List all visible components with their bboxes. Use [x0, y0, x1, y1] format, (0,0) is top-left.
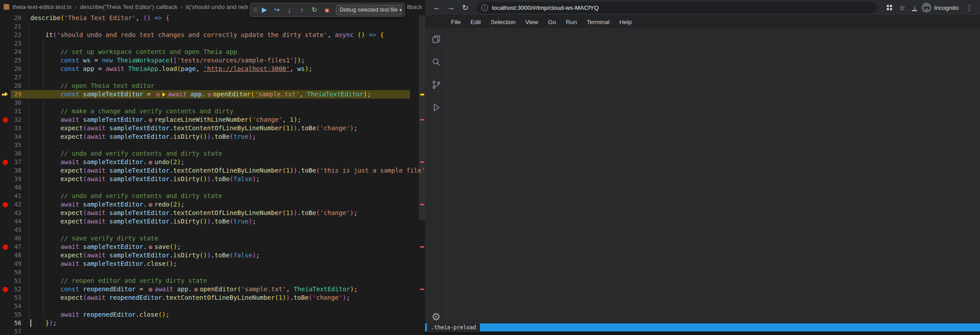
gutter-margin[interactable] [0, 251, 12, 260]
code-line-32[interactable]: 32 await sampleTextEditor.replaceLineWit… [0, 116, 425, 124]
code-line-34[interactable]: 34 expect(await sampleTextEditor.isDirty… [0, 132, 425, 141]
gutter-margin[interactable] [0, 175, 12, 183]
code-line-47[interactable]: 47 await sampleTextEditor.save(); [0, 243, 425, 251]
code-line-46[interactable]: 46 // save verify dirty state [0, 234, 425, 243]
code-line-41[interactable]: 41 // undo and verify contents and dirty… [0, 192, 425, 200]
code-line-55[interactable]: 55 await reopenedEditor.close(); [0, 310, 425, 319]
gutter-margin[interactable] [0, 158, 12, 166]
drag-handle-icon[interactable]: ⠿ [253, 7, 257, 13]
browser-menu-icon[interactable]: ⋮ [963, 1, 976, 14]
code-line-48[interactable]: 48 expect(await sampleTextEditor.isDirty… [0, 251, 425, 260]
breakpoint-dot[interactable] [3, 117, 8, 123]
apps-grid-icon[interactable] [883, 1, 896, 14]
menu-terminal[interactable]: Terminal [582, 16, 614, 28]
gutter-margin[interactable] [0, 82, 12, 90]
gutter-margin[interactable] [0, 65, 12, 73]
menu-selection[interactable]: Selection [486, 16, 521, 28]
code-line-28[interactable]: 28 // open Theia text editor [0, 82, 425, 90]
code-line-21[interactable]: 21 [0, 22, 425, 31]
gutter-margin[interactable] [0, 73, 12, 82]
search-icon[interactable] [425, 50, 447, 73]
menu-edit[interactable]: Edit [466, 16, 486, 28]
gutter-margin[interactable] [0, 124, 12, 132]
code-line-35[interactable]: 35 [0, 141, 425, 149]
gutter-margin[interactable] [0, 183, 12, 192]
gutter-margin[interactable] [0, 39, 12, 48]
menu-view[interactable]: View [521, 16, 543, 28]
gutter-margin[interactable] [0, 327, 12, 335]
code-line-40[interactable]: 40 [0, 183, 425, 192]
code-line-45[interactable]: 45 [0, 226, 425, 234]
gutter-margin[interactable] [0, 31, 12, 39]
source-control-icon[interactable] [425, 73, 447, 96]
step-out-button[interactable]: ↑ [296, 4, 307, 16]
code-line-26[interactable]: 26 const app = await TheiaApp.load(page,… [0, 65, 425, 73]
breakpoint-dot[interactable] [3, 202, 8, 207]
gutter-margin[interactable] [0, 217, 12, 226]
gutter-margin[interactable] [0, 268, 12, 277]
gutter-margin[interactable] [0, 14, 12, 22]
code-line-53[interactable]: 53 expect(await reopenedEditor.textConte… [0, 294, 425, 302]
gutter-margin[interactable] [0, 277, 12, 285]
code-line-38[interactable]: 38 expect(await sampleTextEditor.textCon… [0, 166, 425, 175]
code-line-36[interactable]: 36 // undo and verify contents and dirty… [0, 149, 425, 158]
forward-button[interactable]: → [444, 1, 458, 14]
breadcrumb-file[interactable]: theia-text-editor.test.ts [12, 4, 72, 10]
breakpoint-dot[interactable] [3, 160, 8, 165]
gutter-margin[interactable] [0, 200, 12, 209]
breadcrumb-describe[interactable]: describe('Theia Text Editor') callback [80, 4, 178, 10]
code-line-51[interactable]: 51 // reopen editor and verify dirty sta… [0, 277, 425, 285]
reload-button[interactable]: ↻ [458, 1, 472, 14]
menu-go[interactable]: Go [543, 16, 561, 28]
code-editor[interactable]: 20describe('Theia Text Editor', () => {2… [0, 14, 425, 335]
debug-icon[interactable] [425, 96, 447, 119]
gutter-margin[interactable] [0, 141, 12, 149]
code-line-23[interactable]: 23 [0, 39, 425, 48]
code-line-50[interactable]: 50 [0, 268, 425, 277]
step-into-button[interactable]: ↓ [284, 4, 295, 16]
gutter-margin[interactable] [0, 90, 12, 99]
code-line-42[interactable]: 42 await sampleTextEditor.redo(2); [0, 200, 425, 209]
gutter-margin[interactable] [0, 132, 12, 141]
code-line-43[interactable]: 43 expect(await sampleTextEditor.textCon… [0, 209, 425, 217]
code-line-37[interactable]: 37 await sampleTextEditor.undo(2); [0, 158, 425, 166]
explorer-files-icon[interactable] [425, 28, 447, 50]
gutter-margin[interactable] [0, 310, 12, 319]
gutter-margin[interactable] [0, 48, 12, 56]
code-line-54[interactable]: 54 [0, 302, 425, 310]
code-line-30[interactable]: 30 [0, 99, 425, 107]
address-bar[interactable]: i localhost:3000/#/tmp/cloud-ws-MACfYQ [476, 2, 877, 13]
back-button[interactable]: ← [430, 1, 444, 14]
gutter-margin[interactable] [0, 149, 12, 158]
gutter-margin[interactable] [0, 260, 12, 268]
code-line-29[interactable]: 29 const sampleTextEditor = await app.op… [0, 90, 425, 99]
site-info-icon[interactable]: i [481, 4, 488, 11]
code-line-49[interactable]: 49 await sampleTextEditor.close(); [0, 260, 425, 268]
gutter-margin[interactable] [0, 22, 12, 31]
code-line-33[interactable]: 33 expect(await sampleTextEditor.textCon… [0, 124, 425, 132]
code-line-57[interactable]: 57 [0, 327, 425, 335]
gutter-margin[interactable] [0, 166, 12, 175]
gutter-margin[interactable] [0, 285, 12, 294]
step-over-button[interactable]: ↪ [271, 4, 282, 16]
breadcrumb-it[interactable]: it('should undo and redo text changes an… [186, 4, 248, 10]
code-line-24[interactable]: 24 // set up workspace contents and open… [0, 48, 425, 56]
gutter-margin[interactable] [0, 302, 12, 310]
gutter-margin[interactable] [0, 226, 12, 234]
menu-run[interactable]: Run [561, 16, 582, 28]
code-line-31[interactable]: 31 // make a change and verify contents … [0, 107, 425, 116]
gutter-margin[interactable] [0, 234, 12, 243]
code-line-25[interactable]: 25 const ws = new TheiaWorkspace(['tests… [0, 56, 425, 65]
menu-file[interactable]: File [446, 16, 466, 28]
code-line-22[interactable]: 22 it('should undo and redo text changes… [0, 31, 425, 39]
gutter-margin[interactable] [0, 319, 12, 327]
gutter-margin[interactable] [0, 56, 12, 65]
settings-gear-icon[interactable]: ⚙ [425, 310, 447, 323]
downloads-icon[interactable]: ↓ [908, 1, 921, 14]
gutter-margin[interactable] [0, 294, 12, 302]
stop-button[interactable]: ■ [321, 4, 332, 16]
scrollbar-thumb[interactable] [419, 15, 425, 220]
overview-ruler-scrollbar[interactable] [419, 0, 425, 335]
gutter-margin[interactable] [0, 192, 12, 200]
code-line-27[interactable]: 27 [0, 73, 425, 82]
